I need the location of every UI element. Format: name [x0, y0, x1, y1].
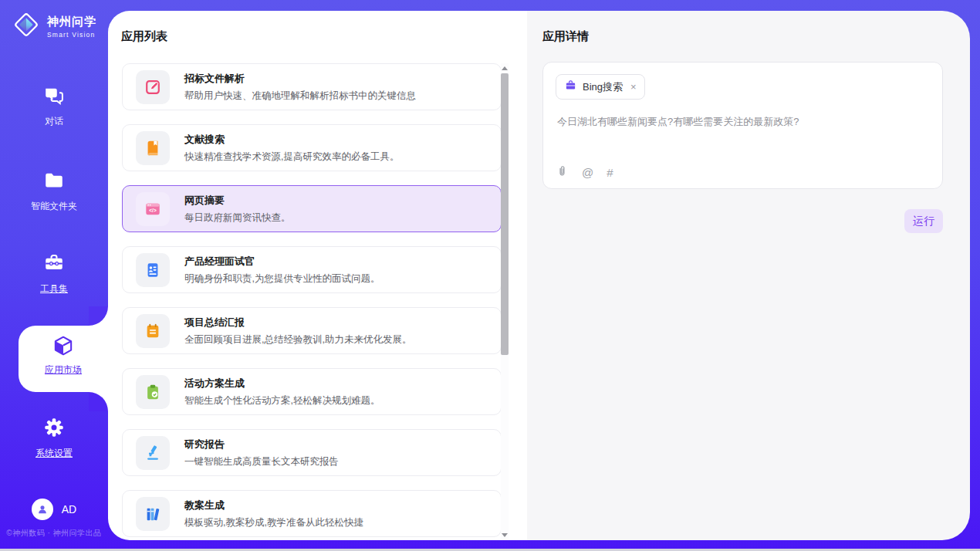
sidebar-item-smart-folder[interactable]: 智能文件夹: [0, 170, 108, 213]
cube-icon: [52, 346, 75, 360]
app-card-title: 文献搜索: [184, 133, 399, 147]
active-tab-curve-bottom: [89, 392, 108, 411]
tool-chip-bing-search[interactable]: Bing搜索 ×: [556, 74, 645, 100]
sidebar: 神州问学 Smart Vision 对话 智能文件夹: [0, 0, 108, 551]
app-card-desc: 快速精准查找学术资源,提高研究效率的必备工具。: [184, 150, 399, 164]
user-name: AD: [62, 503, 76, 516]
sidebar-item-toolset[interactable]: 工具集: [0, 252, 108, 296]
composer-toolbar: @ #: [556, 164, 613, 181]
run-button[interactable]: 运行: [904, 209, 943, 233]
browser-code-icon: </>: [136, 192, 170, 226]
notepad-icon: [136, 314, 170, 348]
paperclip-icon[interactable]: [556, 164, 569, 181]
tool-chip-label: Bing搜索: [583, 80, 623, 94]
app-card-desc: 帮助用户快速、准确地理解和解析招标书中的关键信息: [184, 90, 416, 103]
hash-topic-icon[interactable]: #: [607, 166, 613, 179]
sidebar-item-settings[interactable]: 系统设置: [0, 417, 108, 460]
briefcase-icon: [565, 79, 576, 94]
copyright-text: ©神州数码 · 神州问学出品: [0, 528, 108, 539]
app-list: 招标文件解析 帮助用户快速、准确地理解和解析招标书中的关键信息 文献搜索: [122, 63, 502, 540]
svg-text:</>: </>: [149, 208, 157, 213]
app-list-panel: 应用列表 招标文件解析 帮助用户快速、准确地理解和解析招标书中的关键信息: [108, 11, 527, 540]
clipboard-check-icon: [136, 375, 170, 409]
sidebar-item-label: 智能文件夹: [0, 200, 108, 213]
folder-icon: [43, 181, 65, 194]
toolbox-icon: [43, 263, 65, 276]
sidebar-item-label: 系统设置: [0, 447, 108, 460]
app-card-title: 网页摘要: [184, 194, 291, 208]
app-card-title: 研究报告: [184, 438, 339, 451]
app-card-desc: 明确身份和职责,为您提供专业性的面试问题。: [184, 272, 380, 286]
close-icon[interactable]: ×: [630, 81, 637, 93]
app-list-scrollbar[interactable]: [501, 63, 509, 540]
content-area: 应用列表 招标文件解析 帮助用户快速、准确地理解和解析招标书中的关键信息: [108, 11, 970, 540]
books-icon: [136, 497, 170, 531]
brand-name: 神州问学: [47, 15, 96, 29]
app-card-pm-interviewer[interactable]: 产品经理面试官 明确身份和职责,为您提供专业性的面试问题。: [122, 246, 502, 293]
app-card-lesson-plan[interactable]: 教案生成 模板驱动,教案秒成,教学准备从此轻松快捷: [122, 490, 502, 537]
gear-icon: [43, 428, 65, 441]
app-card-event-plan[interactable]: 活动方案生成 智能生成个性化活动方案,轻松解决规划难题。: [122, 368, 502, 415]
app-card-desc: 全面回顾项目进展,总结经验教训,助力未来优化发展。: [184, 333, 411, 346]
active-tab-curve-top: [89, 306, 108, 326]
sidebar-item-app-market-active[interactable]: 应用市场: [19, 326, 108, 392]
scrollbar-thumb[interactable]: [501, 73, 509, 355]
app-card-title: 产品经理面试官: [184, 255, 380, 269]
app-card-research-report[interactable]: 研究报告 一键智能生成高质量长文本研究报告: [122, 429, 502, 476]
chat-icon: [43, 96, 65, 109]
scrollbar-up-arrow-icon[interactable]: [502, 66, 508, 70]
app-card-project-summary[interactable]: 项目总结汇报 全面回顾项目进展,总结经验教训,助力未来优化发展。: [122, 307, 502, 354]
microscope-icon: [136, 436, 170, 470]
app-card-title: 招标文件解析: [184, 72, 416, 86]
app-card-desc: 智能生成个性化活动方案,轻松解决规划难题。: [184, 394, 380, 407]
at-mention-icon[interactable]: @: [582, 166, 593, 179]
user-account[interactable]: AD: [0, 499, 108, 520]
sidebar-item-label: 应用市场: [19, 363, 108, 377]
avatar[interactable]: [32, 499, 53, 520]
brand-logo: 神州问学 Smart Vision: [12, 10, 96, 42]
interview-doc-icon: [136, 253, 170, 287]
prompt-input-card[interactable]: Bing搜索 × 今日湖北有哪些新闻要点?有哪些需要关注的最新政策? @ #: [542, 62, 943, 189]
edit-square-icon: [136, 70, 170, 104]
app-card-literature-search[interactable]: 文献搜索 快速精准查找学术资源,提高研究效率的必备工具。: [122, 124, 502, 171]
app-card-web-summary-selected[interactable]: </> 网页摘要 每日政府新闻资讯快查。: [122, 185, 502, 232]
app-card-title: 教案生成: [184, 499, 363, 512]
sidebar-item-chat[interactable]: 对话: [0, 85, 108, 128]
sidebar-item-label: 对话: [0, 115, 108, 128]
app-card-desc: 一键智能生成高质量长文本研究报告: [184, 455, 339, 468]
app-card-desc: 每日政府新闻资讯快查。: [184, 211, 291, 225]
scrollbar-down-arrow-icon[interactable]: [502, 533, 508, 537]
app-window: 神州问学 Smart Vision 对话 智能文件夹: [0, 0, 980, 551]
app-card-desc: 模板驱动,教案秒成,教学准备从此轻松快捷: [184, 516, 363, 529]
book-icon: [136, 131, 170, 165]
sidebar-item-label: 工具集: [0, 282, 108, 296]
app-detail-panel: 应用详情 Bing搜索 × 今日湖北有哪些新闻要点?有哪些需要关注的最新政策?: [527, 11, 970, 540]
app-card-title: 活动方案生成: [184, 377, 380, 390]
app-card-title: 项目总结汇报: [184, 316, 411, 330]
query-text[interactable]: 今日湖北有哪些新闻要点?有哪些需要关注的最新政策?: [557, 115, 928, 129]
app-card-bid-document-parse[interactable]: 招标文件解析 帮助用户快速、准确地理解和解析招标书中的关键信息: [122, 63, 502, 110]
app-list-title: 应用列表: [121, 29, 167, 44]
brand-subtitle: Smart Vision: [47, 31, 96, 39]
app-detail-title: 应用详情: [542, 29, 589, 44]
brand-diamond-icon: [12, 10, 41, 42]
